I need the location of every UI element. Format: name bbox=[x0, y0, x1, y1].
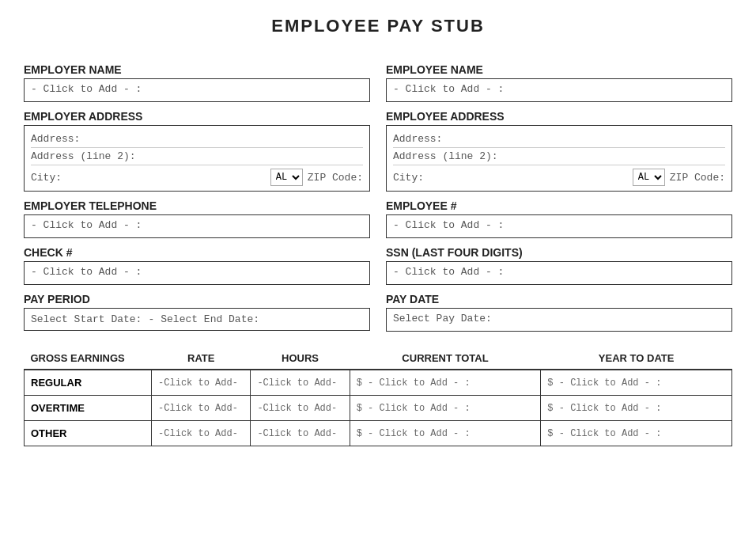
employee-state-select[interactable]: AL AK AZ CA FL NY TX bbox=[633, 169, 665, 186]
earnings-rate-1[interactable]: -Click to Add- bbox=[152, 396, 251, 421]
earnings-label-0: REGULAR bbox=[25, 370, 152, 396]
employee-address-line2[interactable]: Address (line 2): bbox=[393, 148, 725, 165]
employer-city-row: City: AL AK AZ CA FL NY TX ZIP Code: bbox=[31, 165, 363, 186]
pay-date-label: PAY DATE bbox=[386, 293, 732, 305]
pay-period-end-label[interactable]: Select End Date: bbox=[161, 313, 259, 325]
table-row: REGULAR -Click to Add- -Click to Add- $ … bbox=[25, 370, 732, 396]
pay-period-start-label[interactable]: Select Start Date: bbox=[31, 313, 142, 325]
earnings-current-0[interactable]: $ - Click to Add - : bbox=[350, 370, 541, 396]
employer-zip-label: ZIP Code: bbox=[308, 172, 363, 184]
employee-name-label: EMPLOYEE NAME bbox=[386, 63, 732, 76]
employee-city-row: City: AL AK AZ CA FL NY TX ZIP Code: bbox=[393, 165, 725, 186]
employee-address-box[interactable]: Address: Address (line 2): City: AL AK A… bbox=[386, 125, 732, 192]
earnings-current-2[interactable]: $ - Click to Add - : bbox=[350, 421, 541, 446]
earnings-label-1: OVERTIME bbox=[25, 396, 152, 421]
employer-telephone-label: EMPLOYER TELEPHONE bbox=[24, 199, 370, 212]
col-header-rate: RATE bbox=[152, 347, 251, 370]
earnings-hours-2[interactable]: -Click to Add- bbox=[251, 421, 350, 446]
col-header-hours: HOURS bbox=[251, 347, 350, 370]
earnings-rate-2[interactable]: -Click to Add- bbox=[152, 421, 251, 446]
earnings-table: GROSS EARNINGS RATE HOURS CURRENT TOTAL … bbox=[24, 347, 732, 446]
page-title: EMPLOYEE PAY STUB bbox=[24, 16, 732, 36]
table-row: OTHER -Click to Add- -Click to Add- $ - … bbox=[25, 421, 732, 446]
employee-zip-label: ZIP Code: bbox=[670, 172, 725, 184]
table-row: OVERTIME -Click to Add- -Click to Add- $… bbox=[25, 396, 732, 421]
earnings-section: GROSS EARNINGS RATE HOURS CURRENT TOTAL … bbox=[24, 347, 732, 446]
col-header-current: CURRENT TOTAL bbox=[350, 347, 541, 370]
left-column: EMPLOYER NAME - Click to Add - : EMPLOYE… bbox=[24, 55, 370, 332]
check-input[interactable]: - Click to Add - : bbox=[24, 261, 370, 285]
earnings-ytd-1[interactable]: $ - Click to Add - : bbox=[541, 396, 732, 421]
employee-city-label[interactable]: City: bbox=[393, 172, 628, 184]
employee-num-label: EMPLOYEE # bbox=[386, 199, 732, 212]
earnings-label-2: OTHER bbox=[25, 421, 152, 446]
earnings-hours-1[interactable]: -Click to Add- bbox=[251, 396, 350, 421]
earnings-ytd-2[interactable]: $ - Click to Add - : bbox=[541, 421, 732, 446]
employer-address-line2[interactable]: Address (line 2): bbox=[31, 148, 363, 165]
employer-state-select[interactable]: AL AK AZ CA FL NY TX bbox=[270, 169, 303, 186]
col-header-earnings: GROSS EARNINGS bbox=[25, 347, 152, 370]
right-column: EMPLOYEE NAME - Click to Add - : EMPLOYE… bbox=[386, 55, 732, 332]
earnings-hours-0[interactable]: -Click to Add- bbox=[251, 370, 350, 396]
pay-period-label: PAY PERIOD bbox=[24, 293, 370, 305]
employee-name-input[interactable]: - Click to Add - : bbox=[386, 78, 732, 102]
employer-name-label: EMPLOYER NAME bbox=[24, 63, 370, 76]
employer-address-label: EMPLOYER ADDRESS bbox=[24, 110, 370, 123]
employee-address-label: EMPLOYEE ADDRESS bbox=[386, 110, 732, 123]
col-header-ytd: YEAR TO DATE bbox=[541, 347, 732, 370]
ssn-input[interactable]: - Click to Add - : bbox=[386, 261, 732, 285]
earnings-current-1[interactable]: $ - Click to Add - : bbox=[350, 396, 541, 421]
employee-num-input[interactable]: - Click to Add - : bbox=[386, 214, 732, 238]
employee-address-line1[interactable]: Address: bbox=[393, 131, 725, 148]
pay-period-dash: - bbox=[148, 313, 154, 325]
employer-address-line1[interactable]: Address: bbox=[31, 131, 363, 148]
ssn-label: SSN (LAST FOUR DIGITS) bbox=[386, 246, 732, 259]
employer-city-label[interactable]: City: bbox=[31, 172, 266, 184]
employer-telephone-input[interactable]: - Click to Add - : bbox=[24, 214, 370, 238]
employer-name-input[interactable]: - Click to Add - : bbox=[24, 78, 370, 102]
earnings-rate-0[interactable]: -Click to Add- bbox=[152, 370, 251, 396]
check-label: CHECK # bbox=[24, 246, 370, 259]
earnings-ytd-0[interactable]: $ - Click to Add - : bbox=[541, 370, 732, 396]
pay-period-box[interactable]: Select Start Date: - Select End Date: bbox=[24, 308, 370, 331]
pay-date-input[interactable]: Select Pay Date: bbox=[386, 308, 732, 332]
employer-address-box[interactable]: Address: Address (line 2): City: AL AK A… bbox=[24, 125, 370, 192]
